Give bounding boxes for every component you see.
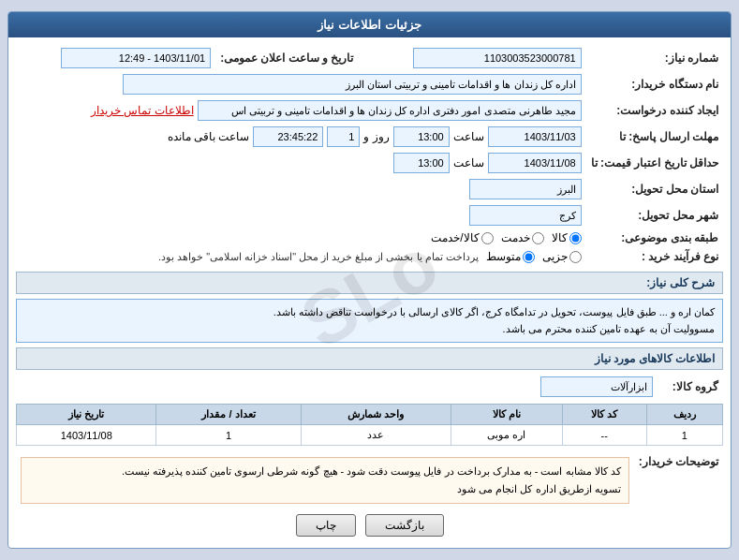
buyer-notes-box: کد کالا مشابه است - به مدارک برداخت در ف… [21, 457, 629, 503]
need-desc-line1: کمان اره و ... طبق فایل پیوست، تحویل در … [24, 304, 715, 321]
category-label: طبقه بندی موضوعی: [586, 228, 723, 247]
requester-label: ایجاد کننده درخواست: [586, 97, 723, 124]
cell-qty: 1 [156, 425, 301, 446]
col-name: نام کالا [451, 405, 562, 425]
buyer-input[interactable] [123, 74, 582, 95]
panel-title: جزئیات اطلاعات نیاز [8, 12, 731, 37]
cell-date: 1403/11/08 [17, 425, 156, 446]
day-label: روز و [363, 130, 389, 143]
need-description-box: کمان اره و ... طبق فایل پیوست، تحویل در … [16, 299, 723, 343]
buyer-notes-label: توضیحات خریدار: [634, 450, 723, 506]
category-option-kala-khedmat[interactable]: کالا/خدمت [431, 231, 493, 244]
goods-section-title: اطلاعات کالاهای مورد نیاز [16, 347, 723, 370]
category-radio-group: کالا خدمت کالا/خدمت [21, 231, 582, 244]
requester-input[interactable] [198, 100, 582, 121]
buyer-label: نام دستگاه خریدار: [586, 71, 723, 97]
col-qty: تعداد / مقدار [156, 405, 301, 425]
purchase-type-radio-group: جزیی متوسط [486, 250, 582, 263]
reply-day-input[interactable] [327, 126, 360, 147]
need-number-input[interactable] [413, 48, 582, 68]
need-description-section: شرح کلی نیاز: [16, 272, 723, 294]
city-label: شهر محل تحویل: [586, 202, 723, 228]
city-input[interactable] [469, 205, 582, 226]
need-number-label: شماره نیاز: [586, 45, 723, 71]
col-date: تاریخ نیاز [17, 405, 156, 425]
price-deadline-label: حداقل تاریخ اعتبار قیمت: تا [586, 150, 723, 176]
need-desc-line2: مسوولیت آن به عهده تامین کننده محترم می … [24, 321, 715, 338]
info-form: شماره نیاز: تاریخ و ساعت اعلان عمومی: نا… [16, 45, 723, 266]
purchase-type-motavaset[interactable]: متوسط [486, 250, 535, 263]
reply-time-input[interactable] [393, 126, 450, 147]
province-label: استان محل تحویل: [586, 176, 723, 202]
time-label: ساعت [453, 130, 484, 143]
goods-group-label: گروه کالا: [658, 375, 723, 399]
cell-row: 1 [646, 425, 722, 446]
date-value [16, 45, 215, 71]
province-input[interactable] [469, 179, 582, 199]
price-time-input[interactable] [393, 153, 450, 173]
table-row: 1 -- اره موبی عدد 1 1403/11/08 [17, 425, 723, 446]
remaining-label: ساعت باقی مانده [168, 130, 250, 143]
col-code: کد کالا [562, 405, 646, 425]
reply-deadline-label: مهلت ارسال پاسخ: تا [586, 124, 723, 150]
cell-name: اره موبی [451, 425, 562, 446]
buyer-notes-line1: کد کالا مشابه است - به مدارک برداخت در ف… [29, 463, 621, 480]
cell-unit: عدد [301, 425, 451, 446]
purchase-type-jozii[interactable]: جزیی [542, 250, 582, 263]
contact-link[interactable]: اطلاعات تماس خریدار [91, 104, 194, 117]
goods-table: ردیف کد کالا نام کالا واحد شمارش تعداد /… [16, 404, 723, 446]
reply-date-input[interactable] [488, 126, 582, 147]
date-label: تاریخ و ساعت اعلان عمومی: [215, 45, 362, 71]
price-time-label: ساعت [453, 156, 484, 169]
goods-group-form: گروه کالا: [16, 375, 723, 399]
need-number-value [362, 45, 585, 71]
price-date-input[interactable] [488, 153, 582, 173]
reply-remaining-input[interactable] [253, 126, 323, 147]
purchase-type-label: نوع فرآیند خرید : [586, 247, 723, 266]
purchase-note: پرداخت تمام یا بخشی از مبلغ خرید از محل … [158, 251, 479, 263]
category-option-khedmat[interactable]: خدمت [501, 231, 544, 244]
notes-form: توضیحات خریدار: کد کالا مشابه است - به م… [16, 450, 723, 506]
print-button[interactable]: چاپ [296, 514, 356, 537]
action-buttons: بازگشت چاپ [16, 514, 723, 537]
date-input[interactable] [61, 48, 211, 68]
cell-code: -- [562, 425, 646, 446]
buyer-notes-line2: تسویه ازطریق اداره کل انجام می شود [29, 480, 621, 498]
category-option-kala[interactable]: کالا [552, 231, 582, 244]
goods-group-input[interactable] [540, 376, 653, 397]
back-button[interactable]: بازگشت [365, 514, 444, 537]
goods-group-value [16, 375, 658, 399]
col-row: ردیف [646, 405, 722, 425]
col-unit: واحد شمارش [301, 405, 451, 425]
